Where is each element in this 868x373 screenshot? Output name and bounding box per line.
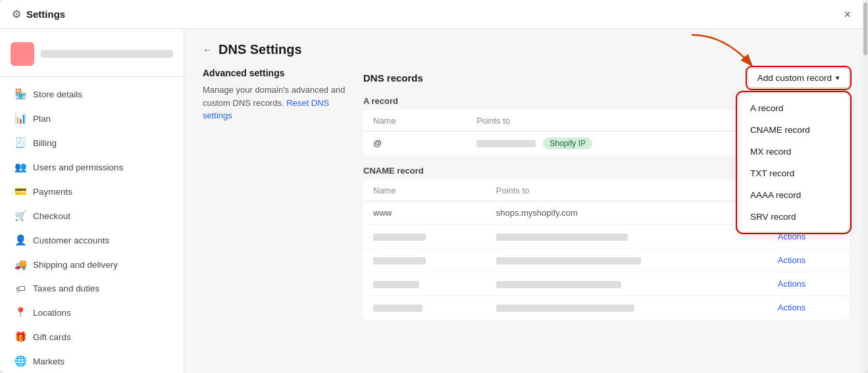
sidebar-item-checkout[interactable]: 🛒 Checkout	[4, 204, 180, 228]
markets-icon: 🌐	[14, 355, 26, 367]
locations-icon: 📍	[14, 307, 26, 318]
gift-cards-icon: 🎁	[14, 331, 26, 343]
chevron-down-icon: ▾	[836, 74, 840, 82]
blurred-name	[373, 305, 422, 312]
dropdown-item-a-record[interactable]: A record	[738, 97, 849, 119]
actions-link[interactable]: Actions	[778, 255, 806, 265]
scrollbar-thumb	[863, 29, 867, 55]
cname-row-points	[487, 225, 769, 249]
cname-row-action: Actions	[769, 296, 850, 320]
back-button[interactable]: ←	[203, 45, 212, 55]
table-row: Actions	[364, 296, 850, 320]
cname-row-points	[487, 272, 769, 296]
dropdown-item-mx-record[interactable]: MX record	[738, 141, 849, 162]
blurred-value	[476, 140, 536, 147]
blurred-points	[496, 257, 641, 264]
sidebar: 🏪 Store details 📊 Plan 🧾 Billing 👥 Users…	[0, 29, 184, 373]
add-custom-record-button[interactable]: Add custom record ▾	[748, 68, 850, 88]
main-content: ← DNS Settings Advanced settings Manage …	[184, 29, 868, 373]
gear-icon: ⚙	[12, 8, 21, 20]
store-info	[0, 37, 184, 77]
sidebar-item-locations[interactable]: 📍 Locations	[4, 301, 180, 324]
users-icon: 👥	[14, 161, 26, 173]
modal-title: Settings	[26, 9, 65, 20]
cname-row-action: Actions	[769, 249, 850, 272]
dropdown-item-cname-record[interactable]: CNAME record	[738, 119, 849, 141]
cname-row-name	[364, 296, 487, 320]
scrollbar[interactable]	[863, 29, 868, 373]
close-button[interactable]: ×	[838, 6, 856, 23]
store-name	[41, 50, 173, 58]
blurred-points	[496, 305, 634, 312]
cname-row-action: Actions	[769, 272, 850, 296]
cname-row-points	[487, 296, 769, 320]
taxes-icon: 🏷	[14, 283, 26, 294]
add-custom-wrapper: Add custom record ▾ A record CNAME recor…	[748, 68, 850, 88]
a-record-name-col: Name	[364, 111, 468, 132]
advanced-settings-desc: Manage your domain's advanced and custom…	[203, 84, 347, 122]
dns-records-title: DNS records	[363, 72, 423, 84]
shipping-icon: 🚚	[14, 259, 26, 270]
blurred-points	[496, 281, 621, 288]
sidebar-item-gift-cards[interactable]: 🎁 Gift cards	[4, 325, 180, 349]
billing-icon: 🧾	[14, 137, 26, 149]
modal-header: ⚙ Settings ×	[0, 0, 868, 29]
dns-panel: DNS records Add custom record ▾ A record…	[363, 68, 850, 355]
sidebar-item-shipping[interactable]: 🚚 Shipping and delivery	[4, 253, 180, 276]
sidebar-item-taxes[interactable]: 🏷 Taxes and duties	[4, 277, 180, 300]
table-row: Actions	[364, 272, 850, 296]
sidebar-item-users[interactable]: 👥 Users and permissions	[4, 155, 180, 179]
customer-accounts-icon: 👤	[14, 234, 26, 246]
advanced-settings-heading: Advanced settings	[203, 68, 347, 78]
a-record-name-cell: @	[364, 132, 468, 155]
blurred-name	[373, 257, 426, 264]
sidebar-item-store-details[interactable]: 🏪 Store details	[4, 82, 180, 106]
payments-icon: 💳	[14, 186, 26, 197]
plan-icon: 📊	[14, 112, 26, 124]
cname-points-col: Points to	[487, 180, 769, 201]
cname-row-name	[364, 225, 487, 249]
actions-link[interactable]: Actions	[778, 303, 806, 312]
cname-row-points: shops.myshopify.com	[487, 201, 769, 225]
dns-records-wrapper: DNS records Add custom record ▾ A record…	[363, 68, 850, 320]
sidebar-item-customer-accounts[interactable]: 👤 Customer accounts	[4, 228, 180, 252]
cname-row-name: www	[364, 201, 487, 225]
sidebar-item-plan[interactable]: 📊 Plan	[4, 107, 180, 130]
blurred-name	[373, 281, 419, 288]
checkout-icon: 🛒	[14, 210, 26, 222]
store-avatar	[11, 42, 34, 66]
page-header: ← DNS Settings	[184, 29, 868, 68]
blurred-name	[373, 234, 426, 241]
cname-name-col: Name	[364, 180, 487, 201]
modal-body: 🏪 Store details 📊 Plan 🧾 Billing 👥 Users…	[0, 29, 868, 373]
store-details-icon: 🏪	[14, 88, 26, 100]
actions-link[interactable]: Actions	[778, 232, 806, 241]
cname-row-name	[364, 249, 487, 272]
page-title: DNS Settings	[218, 42, 302, 57]
dropdown-item-txt-record[interactable]: TXT record	[738, 162, 849, 184]
table-row: Actions	[364, 249, 850, 272]
shopify-ip-badge: Shopify IP	[543, 137, 592, 149]
cname-row-name	[364, 272, 487, 296]
actions-link[interactable]: Actions	[778, 279, 806, 289]
cname-row-points	[487, 249, 769, 272]
dropdown-item-srv-record[interactable]: SRV record	[738, 206, 849, 228]
record-type-dropdown: A record CNAME record MX record TXT reco…	[738, 93, 850, 232]
advanced-settings-panel: Advanced settings Manage your domain's a…	[203, 68, 347, 355]
settings-modal: ⚙ Settings × 🏪 Store details 📊 Plan 🧾	[0, 0, 868, 373]
dropdown-item-aaaa-record[interactable]: AAAA record	[738, 184, 849, 206]
content-area: Advanced settings Manage your domain's a…	[184, 68, 868, 373]
sidebar-item-billing[interactable]: 🧾 Billing	[4, 131, 180, 155]
sidebar-item-payments[interactable]: 💳 Payments	[4, 180, 180, 203]
header-left: ⚙ Settings	[12, 8, 65, 20]
blurred-points	[496, 234, 628, 241]
dns-records-header: DNS records Add custom record ▾ A record…	[363, 68, 850, 88]
sidebar-item-markets[interactable]: 🌐 Markets	[4, 349, 180, 373]
